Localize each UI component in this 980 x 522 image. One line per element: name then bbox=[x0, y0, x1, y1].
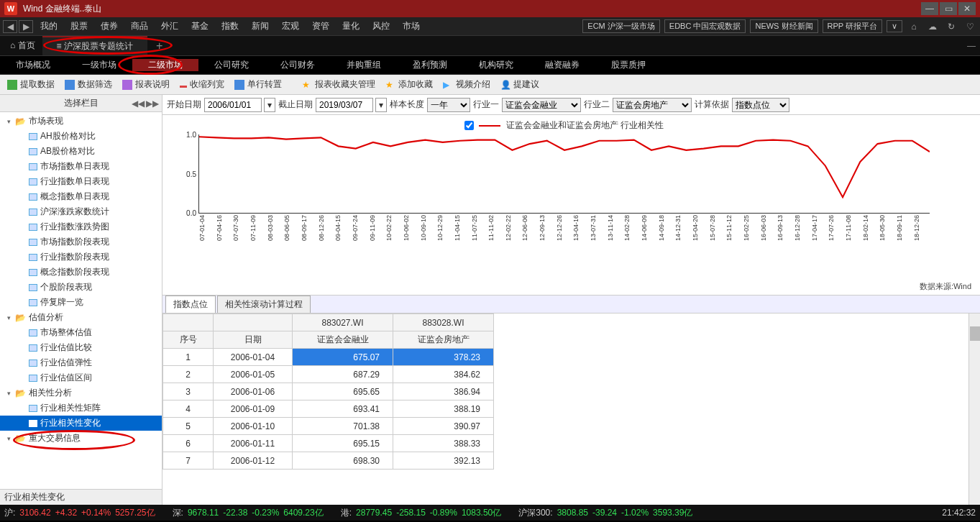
quick-news[interactable]: NEWS 财经新闻 bbox=[750, 19, 818, 33]
tree-item[interactable]: 市场指数单日表现 bbox=[0, 159, 162, 174]
xtick: 12-02-22 bbox=[505, 215, 522, 241]
tree-item[interactable]: 行业估值区间 bbox=[0, 370, 162, 385]
end-date-picker[interactable]: ▾ bbox=[375, 98, 387, 112]
subnav-finance[interactable]: 公司财务 bbox=[265, 59, 331, 71]
subnav-research[interactable]: 公司研究 bbox=[198, 59, 265, 71]
subnav-ma[interactable]: 并购重组 bbox=[331, 59, 397, 71]
bell-icon[interactable]: ♡ bbox=[963, 20, 977, 33]
tree-item[interactable]: 市场整体估值 bbox=[0, 325, 162, 340]
close-all-tabs[interactable]: — bbox=[967, 41, 976, 51]
tree-item-corr-change[interactable]: 行业相关性变化 bbox=[0, 416, 162, 431]
menu-my[interactable]: 我的 bbox=[35, 20, 63, 32]
tree-folder-valuation[interactable]: 📂估值分析 bbox=[0, 310, 162, 325]
quick-ecm[interactable]: ECM 沪深一级市场 bbox=[582, 19, 660, 33]
sidebar-next[interactable]: ▶▶ bbox=[146, 99, 159, 109]
minimize-button[interactable]: — bbox=[921, 2, 938, 15]
menu-fund[interactable]: 基金 bbox=[186, 20, 214, 32]
ticker-hk-price: 28779.45 bbox=[356, 508, 392, 518]
sample-select[interactable]: 一年 bbox=[427, 98, 470, 112]
table-row[interactable]: 72006-01-12698.30392.13 bbox=[163, 452, 494, 470]
menu-risk[interactable]: 风控 bbox=[367, 20, 395, 32]
end-date-input[interactable] bbox=[316, 98, 373, 112]
quick-edbc[interactable]: EDBC 中国宏观数据 bbox=[664, 19, 746, 33]
tree-item[interactable]: 市场指数阶段表现 bbox=[0, 234, 162, 249]
shrink-button[interactable]: 收缩列宽 bbox=[175, 77, 229, 92]
scrollbar-thumb[interactable] bbox=[970, 326, 980, 341]
tree-folder-market[interactable]: 📂市场表现 bbox=[0, 114, 162, 129]
tree-item[interactable]: AH股价格对比 bbox=[0, 129, 162, 144]
close-button[interactable]: ✕ bbox=[958, 2, 976, 15]
filter-button[interactable]: 数据筛选 bbox=[60, 77, 116, 92]
table-row[interactable]: 52006-01-10701.38390.97 bbox=[163, 418, 494, 435]
table-tab-process[interactable]: 相关性滚动计算过程 bbox=[217, 296, 311, 313]
extract-button[interactable]: 提取数据 bbox=[3, 77, 59, 92]
subnav-primary[interactable]: 一级市场 bbox=[66, 59, 132, 71]
tree-item[interactable]: 概念指数阶段表现 bbox=[0, 265, 162, 280]
nav-back-button[interactable]: ◀ bbox=[3, 20, 17, 33]
menu-market[interactable]: 市场 bbox=[397, 20, 426, 32]
table-tab-index[interactable]: 指数点位 bbox=[165, 296, 216, 313]
ytick: 1.0 bbox=[186, 131, 199, 139]
legend-checkbox[interactable] bbox=[464, 121, 474, 130]
basis-select[interactable]: 指数点位 bbox=[732, 98, 789, 112]
menu-bond[interactable]: 债券 bbox=[95, 20, 124, 32]
table-row[interactable]: 62006-01-11695.15388.33 bbox=[163, 435, 494, 452]
menu-stock[interactable]: 股票 bbox=[65, 20, 93, 32]
tree-item[interactable]: 行业指数单日表现 bbox=[0, 174, 162, 189]
menu-news[interactable]: 新闻 bbox=[246, 20, 275, 32]
table-scrollbar[interactable] bbox=[968, 313, 980, 505]
transpose-button[interactable]: 单行转置 bbox=[230, 77, 286, 92]
tree-item-corr-matrix[interactable]: 行业相关性矩阵 bbox=[0, 400, 162, 416]
ind1-select[interactable]: 证监会金融业 bbox=[502, 98, 581, 112]
table-row[interactable]: 42006-01-09693.41388.19 bbox=[163, 400, 494, 418]
table-row[interactable]: 32006-01-06695.65386.94 bbox=[163, 383, 494, 400]
table-row[interactable]: 22006-01-05687.29384.62 bbox=[163, 366, 494, 383]
video-button[interactable]: ▶视频介绍 bbox=[439, 77, 495, 92]
tree-item[interactable]: 概念指数单日表现 bbox=[0, 189, 162, 204]
subnav-pledge[interactable]: 股票质押 bbox=[595, 59, 661, 71]
subnav-secondary[interactable]: 二级市场 bbox=[132, 59, 198, 71]
quick-dropdown[interactable]: ∨ bbox=[887, 20, 902, 32]
quick-rpp[interactable]: RPP 研报平台 bbox=[823, 19, 882, 33]
tree-item[interactable]: AB股价格对比 bbox=[0, 144, 162, 159]
menu-macro[interactable]: 宏观 bbox=[276, 20, 305, 32]
suggest-button[interactable]: 👤提建议 bbox=[496, 77, 544, 92]
tree-item[interactable]: 沪深涨跌家数统计 bbox=[0, 204, 162, 219]
subnav-forecast[interactable]: 盈利预测 bbox=[397, 59, 463, 71]
cloud-icon[interactable]: ☁ bbox=[925, 20, 940, 33]
subnav-overview[interactable]: 市场概况 bbox=[0, 59, 66, 71]
xtick: 11-11-02 bbox=[487, 215, 505, 241]
nav-fwd-button[interactable]: ▶ bbox=[19, 20, 33, 33]
tree-folder-bigtrade[interactable]: 📂重大交易信息 bbox=[0, 431, 162, 446]
menu-fx[interactable]: 外汇 bbox=[155, 20, 184, 32]
tree-item[interactable]: 行业估值比较 bbox=[0, 340, 162, 355]
table-row[interactable]: 12006-01-04675.07378.23 bbox=[163, 349, 494, 366]
refresh-icon[interactable]: ↻ bbox=[944, 20, 958, 33]
home-tab[interactable]: ⌂ 首页 bbox=[3, 40, 42, 52]
ind2-select[interactable]: 证监会房地产 bbox=[613, 98, 692, 112]
menu-commodity[interactable]: 商品 bbox=[125, 20, 154, 32]
tree-item[interactable]: 行业指数阶段表现 bbox=[0, 249, 162, 265]
home-icon[interactable]: ⌂ bbox=[907, 20, 921, 33]
tree-item[interactable]: 停复牌一览 bbox=[0, 295, 162, 310]
tree-item[interactable]: 个股阶段表现 bbox=[0, 280, 162, 295]
subnav-margin[interactable]: 融资融券 bbox=[529, 59, 595, 71]
sidebar-tree[interactable]: 📂市场表现 AH股价格对比 AB股价格对比 市场指数单日表现 行业指数单日表现 … bbox=[0, 112, 162, 489]
menu-index[interactable]: 指数 bbox=[216, 20, 244, 32]
sidebar-prev[interactable]: ◀◀ bbox=[132, 99, 145, 109]
reportdesc-button[interactable]: 报表说明 bbox=[118, 77, 174, 92]
add-tab-button[interactable]: + bbox=[147, 40, 171, 52]
addfav-button[interactable]: ★添加收藏 bbox=[381, 77, 437, 92]
menu-asset[interactable]: 资管 bbox=[306, 20, 335, 32]
tree-item[interactable]: 行业估值弹性 bbox=[0, 355, 162, 370]
tree-folder-correlation[interactable]: 📂相关性分析 bbox=[0, 385, 162, 400]
menu-quant[interactable]: 量化 bbox=[336, 20, 365, 32]
tree-item[interactable]: 行业指数涨跌势图 bbox=[0, 219, 162, 234]
start-date-input[interactable] bbox=[204, 98, 262, 112]
subnav-inst[interactable]: 机构研究 bbox=[463, 59, 529, 71]
maximize-button[interactable]: ▭ bbox=[940, 2, 957, 15]
active-tab[interactable]: ≡ 沪深股票专题统计 bbox=[42, 36, 147, 55]
ticker-hu-vol: 5257.25亿 bbox=[115, 507, 155, 519]
start-date-picker[interactable]: ▾ bbox=[264, 98, 275, 112]
favmgr-button[interactable]: ★报表收藏夹管理 bbox=[298, 77, 380, 92]
